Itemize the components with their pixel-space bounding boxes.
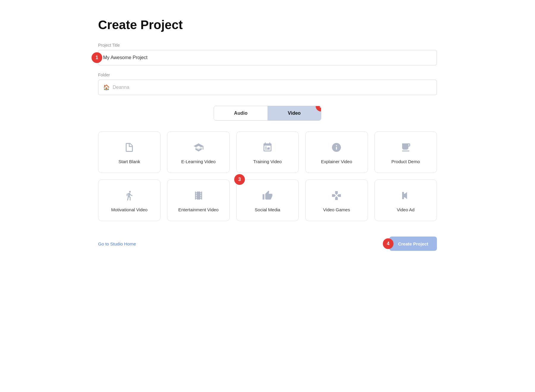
card-social-media[interactable]: Social Media	[236, 180, 299, 221]
ad-icon	[400, 190, 411, 202]
blank-icon	[124, 142, 135, 154]
footer-right: 4 Create Project	[389, 237, 437, 251]
tab-audio[interactable]: Audio	[214, 106, 268, 120]
card-training-video[interactable]: Training Video	[236, 131, 299, 173]
svg-rect-0	[265, 147, 267, 148]
card-entertainment-video[interactable]: Entertainment Video	[167, 180, 229, 221]
create-project-button[interactable]: Create Project	[389, 237, 437, 251]
project-title-input[interactable]	[98, 50, 437, 65]
product-icon	[400, 142, 411, 154]
card-explainer-video[interactable]: Explainer Video	[305, 131, 368, 173]
project-title-wrapper: 1	[98, 50, 437, 65]
svg-rect-1	[265, 148, 267, 150]
folder-label: Folder	[98, 73, 437, 77]
home-icon: 🏠	[103, 84, 110, 91]
project-title-section: Project Title 1	[98, 43, 437, 65]
card-video-ad[interactable]: Video Ad	[374, 180, 437, 221]
tab-group: Audio Video 2	[98, 106, 437, 121]
step-badge-4: 4	[383, 238, 394, 249]
card-label-training: Training Video	[253, 159, 282, 164]
step-badge-1: 1	[92, 52, 102, 63]
page-container: Create Project Project Title 1 Folder 🏠 …	[74, 0, 461, 269]
training-icon	[262, 142, 273, 154]
card-label-entertainment: Entertainment Video	[178, 207, 219, 212]
tab-container: Audio Video 2	[214, 106, 321, 121]
card-label-elearning: E-Learning Video	[181, 159, 216, 164]
card-video-games[interactable]: Video Games	[305, 180, 368, 221]
cards-row2: Motivational Video Entertainment Video S…	[98, 180, 437, 221]
folder-input[interactable]: 🏠 Deanna	[98, 80, 437, 95]
card-label-games: Video Games	[323, 207, 350, 212]
footer: Go to Studio Home 4 Create Project	[98, 237, 437, 251]
cards-row1: Start Blank E-Learning Video Training Vi…	[98, 131, 437, 173]
card-label-social: Social Media	[255, 207, 280, 212]
social-icon	[262, 190, 273, 202]
card-label-explainer: Explainer Video	[321, 159, 352, 164]
project-title-label: Project Title	[98, 43, 437, 48]
entertainment-icon	[193, 190, 204, 202]
card-label-start-blank: Start Blank	[119, 159, 140, 164]
elearning-icon	[193, 142, 204, 154]
tab-video[interactable]: Video	[268, 106, 321, 120]
games-icon	[331, 190, 342, 202]
cards-row2-wrapper: 3 Motivational Video Entertainment Video	[98, 180, 437, 221]
step-badge-3: 3	[234, 174, 245, 185]
card-label-product: Product Demo	[391, 159, 420, 164]
go-to-studio-link[interactable]: Go to Studio Home	[98, 241, 136, 246]
card-product-demo[interactable]: Product Demo	[374, 131, 437, 173]
folder-section: Folder 🏠 Deanna	[98, 73, 437, 95]
page-title: Create Project	[98, 18, 437, 32]
card-label-motivational: Motivational Video	[111, 207, 147, 212]
card-label-ad: Video Ad	[397, 207, 415, 212]
folder-value: Deanna	[113, 85, 129, 90]
svg-rect-2	[267, 148, 268, 150]
card-elearning-video[interactable]: E-Learning Video	[167, 131, 229, 173]
explainer-icon	[331, 142, 342, 154]
motivational-icon	[124, 190, 135, 202]
card-motivational-video[interactable]: Motivational Video	[98, 180, 160, 221]
card-start-blank[interactable]: Start Blank	[98, 131, 160, 173]
